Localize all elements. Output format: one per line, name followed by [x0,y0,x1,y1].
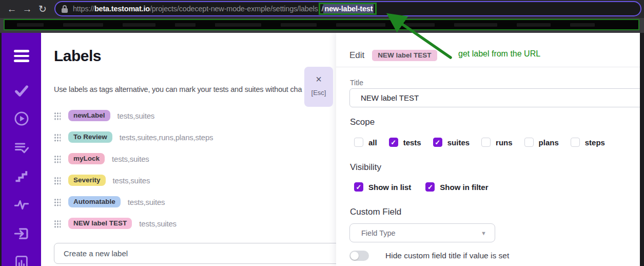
panel-divider [336,67,640,67]
label-scope: tests,suites [128,198,165,206]
url-text: https://beta.testomat.io/projects/codece… [73,3,377,15]
page-title: Labels [54,47,101,65]
scope-checkbox-runs[interactable]: ✓ runs [481,138,513,147]
redacted-bookmarks-overlay [4,19,639,30]
drag-handle-icon[interactable] [54,198,61,206]
drag-handle-icon[interactable] [54,176,61,185]
label-scope: tests,suites [139,219,177,228]
checkbox[interactable]: ✓ [389,138,398,147]
reload-button[interactable]: ↻ [35,4,50,14]
back-button[interactable]: ← [4,4,19,14]
label-row: To Review tests,suites,runs,plans,steps [54,126,331,148]
checkbox[interactable]: ✓ [354,138,363,147]
field-type-select[interactable]: Field Type ▼ [349,223,495,242]
scope-checkbox-tests[interactable]: ✓ tests [389,138,421,147]
annotation-green-box: /new-label-test [319,3,377,15]
drag-handle-icon[interactable] [54,219,61,228]
visibility-checkbox-row: ✓ Show in list ✓ Show in filter [354,182,500,192]
label-badge[interactable]: To Review [68,131,112,143]
checkbox[interactable]: ✓ [354,182,363,192]
hamburger-bars [14,50,29,62]
visibility-section-label: Visibility [350,162,381,173]
check-icon: ✓ [427,184,433,191]
drag-handle-icon[interactable] [54,133,61,142]
checkbox[interactable]: ✓ [425,182,435,192]
panel-header: Edit NEW label TEST [349,50,437,61]
menu-icon[interactable] [2,50,41,62]
label-scope: tests,suites [118,111,155,120]
scope-checkbox-plans[interactable]: ✓ plans [524,138,559,147]
toggle-knob [350,252,359,260]
check-icon: ✓ [435,139,440,146]
create-label-input[interactable] [54,243,341,264]
hide-title-toggle-row: Hide custom field title if value is set [349,251,509,261]
labels-page: Labels Use labels as tags alternative, y… [41,33,336,266]
edit-heading: Edit [349,50,364,61]
scope-checkbox-all[interactable]: ✓ all [354,138,377,147]
close-icon: × [304,74,333,84]
checkbox[interactable]: ✓ [524,138,534,147]
annotation-note: get label from the URL [458,49,540,59]
drag-handle-icon[interactable] [54,111,61,120]
pulse-icon[interactable] [2,197,41,213]
label-badge[interactable]: newLabel [68,110,110,121]
label-badge[interactable]: Automatable [68,196,121,207]
checkbox-label: runs [496,138,513,147]
custom-field-section-label: Custom Field [350,207,401,217]
url-protocol: https:// [73,5,94,13]
label-badge[interactable]: Severity [68,175,106,186]
check-icon: ✓ [391,139,396,146]
bar-chart-icon[interactable] [2,255,41,266]
label-scope: tests,suites,runs,plans,steps [120,133,213,142]
label-list: newLabel tests,suites To Review tests,su… [54,105,331,234]
show-in-list-checkbox[interactable]: ✓ Show in list [354,182,411,192]
check-icon: ✓ [356,184,362,191]
label-scope: tests,suites [113,176,150,185]
label-row: newLabel tests,suites [54,105,331,126]
page-description: Use labels as tags alternative, you can … [54,85,306,93]
field-type-placeholder: Field Type [361,229,481,237]
checkbox[interactable]: ✓ [433,138,442,147]
url-domain: beta.testomat.io [94,5,150,13]
bookmarks-bar [0,18,644,33]
checkbox-label: tests [403,138,421,147]
list-check-icon[interactable] [2,140,41,156]
label-scope: tests,suites [112,155,149,163]
checkbox-label: steps [585,138,605,147]
label-badge[interactable]: myLock [68,153,105,164]
scope-checkbox-steps[interactable]: ✓ steps [571,138,605,147]
edit-label-badge: NEW label TEST [372,50,437,61]
drag-handle-icon[interactable] [54,155,61,163]
url-path: /projects/codecept-new-mode-exmple/setti… [150,5,318,13]
forward-button[interactable]: → [19,4,35,14]
checkbox-label: suites [447,138,470,147]
url-selected-segment: new-label-test [323,4,374,13]
checkbox-label: Show in list [368,183,411,192]
chevron-down-icon: ▼ [481,230,486,236]
title-input[interactable] [349,88,640,107]
label-row: Severity tests,suites [54,169,331,191]
lock-icon [62,5,68,13]
stairs-icon[interactable] [2,168,41,184]
app-sidebar [2,33,41,266]
checkbox-label: plans [539,138,559,147]
label-row: myLock tests,suites [54,148,331,169]
scope-checkbox-row: ✓ all ✓ tests ✓ suites ✓ runs ✓ plans ✓ … [354,138,617,147]
check-icon[interactable] [2,83,41,99]
label-badge[interactable]: NEW label TEST [68,218,132,229]
checkbox[interactable]: ✓ [571,138,580,147]
checkbox[interactable]: ✓ [481,138,491,147]
address-bar[interactable]: https://beta.testomat.io/projects/codece… [54,1,641,16]
hide-title-toggle[interactable] [349,251,369,261]
label-row: Automatable tests,suites [54,191,331,213]
sign-in-icon[interactable] [2,226,41,241]
toggle-label: Hide custom field title if value is set [385,251,509,260]
scope-checkbox-suites[interactable]: ✓ suites [433,138,470,147]
close-panel-button[interactable]: × [Esc] [304,67,333,107]
checkbox-label: Show in filter [440,183,488,192]
play-circle-icon[interactable] [2,111,41,126]
edit-label-panel: Edit NEW label TEST Title Scope ✓ all ✓ … [336,33,640,266]
checkbox-label: all [368,138,377,147]
show-in-filter-checkbox[interactable]: ✓ Show in filter [425,182,488,192]
label-row: NEW label TEST tests,suites [54,213,331,234]
